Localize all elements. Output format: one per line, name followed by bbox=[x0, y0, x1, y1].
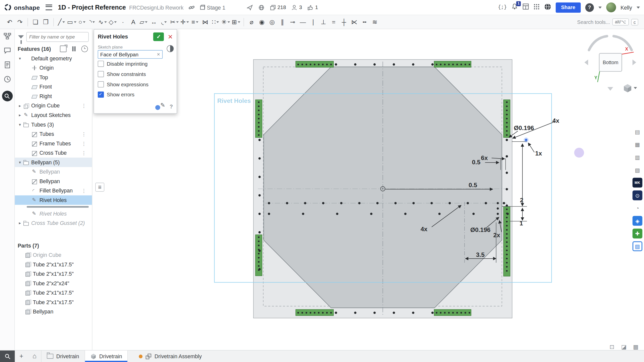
measure-icon[interactable]: ⌀ bbox=[247, 17, 256, 27]
rectangle-tool-icon[interactable]: ▭ bbox=[67, 17, 77, 27]
search-tools[interactable]: Search tools... alt/⌥ c bbox=[577, 18, 638, 25]
concentric-constraint-icon[interactable]: ◎ bbox=[267, 17, 277, 27]
rotate-down-icon[interactable] bbox=[608, 87, 613, 91]
feature-row[interactable]: Origin Cube ⋮ bbox=[15, 101, 92, 110]
dimension-label[interactable]: 1 bbox=[519, 220, 523, 227]
version-icon[interactable] bbox=[200, 5, 205, 10]
user-menu-caret-icon[interactable] bbox=[637, 6, 640, 8]
perpendicular-constraint-icon[interactable]: ⊥ bbox=[319, 17, 328, 27]
dimension-label[interactable]: 1x bbox=[535, 150, 542, 157]
main-menu-icon[interactable] bbox=[46, 5, 52, 10]
circle-tool-icon[interactable]: ○ bbox=[77, 17, 87, 27]
tab-drivetrain[interactable]: Drivetrain bbox=[85, 350, 128, 362]
featurescript-icon[interactable]: {;} bbox=[498, 5, 507, 10]
kebab-menu-icon[interactable]: ⋮ bbox=[81, 141, 86, 146]
feature-row[interactable]: Cross Tube Gusset (2) ⋮ bbox=[15, 218, 92, 228]
rollback-bar[interactable] bbox=[27, 206, 89, 208]
send-icon[interactable] bbox=[247, 4, 253, 10]
kebab-menu-icon[interactable]: ⋮ bbox=[81, 103, 86, 109]
redo-icon[interactable]: ↷ bbox=[15, 17, 25, 27]
cancel-button[interactable]: ✕ bbox=[168, 33, 173, 40]
spline-tool-icon[interactable]: ∿ bbox=[98, 17, 107, 27]
separator[interactable] bbox=[53, 18, 54, 26]
view-cube[interactable]: Bottom X Y bbox=[584, 36, 636, 91]
parallel-constraint-icon[interactable]: ∥ bbox=[278, 17, 287, 27]
trim-tool-icon[interactable]: ✂ bbox=[170, 17, 179, 27]
text-tool-icon[interactable]: A bbox=[129, 17, 138, 27]
dialog-checkbox[interactable]: Show errors bbox=[98, 90, 173, 100]
separator[interactable] bbox=[27, 18, 28, 26]
dimension-label[interactable]: 2 bbox=[520, 197, 523, 204]
history-icon[interactable] bbox=[3, 75, 12, 84]
branch-icon[interactable] bbox=[3, 32, 12, 41]
checkbox-icon[interactable] bbox=[98, 81, 104, 87]
sketch-name-label[interactable]: Rivet Holes bbox=[217, 98, 251, 104]
sketch-plane-field[interactable]: Face of Bellypan ✕ bbox=[98, 50, 163, 59]
feature-row[interactable]: Cross Tube ⋮ bbox=[15, 148, 92, 158]
panel-toggle-button[interactable]: ≣ bbox=[95, 183, 104, 192]
feature-row[interactable]: Top ⋮ bbox=[15, 73, 92, 82]
feature-row[interactable]: Tubes (3) ⋮ bbox=[15, 120, 92, 129]
dialog-checkbox[interactable]: Show expressions bbox=[98, 79, 173, 90]
arc-tool-icon[interactable]: ◝ bbox=[88, 17, 97, 27]
kebab-menu-icon[interactable]: ⋮ bbox=[81, 188, 86, 193]
search-fab[interactable] bbox=[2, 91, 12, 101]
dimension-label[interactable]: Ø0.196 bbox=[470, 226, 490, 233]
plane-tool-icon[interactable]: ▱ bbox=[139, 17, 148, 27]
construction-toggle-icon[interactable]: ╍ bbox=[360, 17, 369, 27]
panel-icon-4[interactable]: ▧ bbox=[632, 165, 642, 175]
panel-icon-3[interactable]: ▥ bbox=[632, 152, 642, 162]
equal-constraint-icon[interactable]: = bbox=[329, 17, 338, 27]
help-icon[interactable]: ? bbox=[170, 103, 173, 109]
horizontal-constraint-icon[interactable]: ― bbox=[298, 17, 308, 27]
feature-row[interactable]: Rivet Holes ⋮ bbox=[15, 209, 92, 218]
grid-display-icon[interactable]: ▩ bbox=[631, 343, 640, 350]
checkbox-icon[interactable] bbox=[98, 71, 104, 77]
mirror-tool-icon[interactable]: ⋈ bbox=[200, 17, 210, 27]
feature-row[interactable]: Bellypan (5) ⋮ bbox=[15, 157, 92, 167]
version-label[interactable]: Stage 1 bbox=[207, 4, 225, 10]
chevron-icon[interactable] bbox=[17, 221, 23, 225]
avatar[interactable] bbox=[606, 3, 616, 12]
selected-sketch-point[interactable] bbox=[524, 138, 529, 143]
dimension-label[interactable]: 0.5 bbox=[472, 159, 480, 166]
feature-row[interactable]: Default geometry ⋮ bbox=[15, 54, 92, 63]
dimension-label[interactable]: 4x bbox=[421, 226, 428, 232]
onshape-logo[interactable]: onshape bbox=[4, 4, 40, 11]
comment-icon[interactable] bbox=[3, 46, 12, 55]
tab-manager-button[interactable] bbox=[0, 350, 15, 362]
line-tool-icon[interactable]: ╱ bbox=[57, 17, 66, 27]
chevron-icon[interactable] bbox=[17, 56, 23, 61]
checkbox-icon[interactable] bbox=[98, 92, 104, 98]
tangent-constraint-icon[interactable]: ⊸ bbox=[288, 17, 297, 27]
feature-row[interactable]: ⋮ bbox=[15, 205, 92, 209]
app-icon-6[interactable]: ⊙ bbox=[632, 190, 642, 200]
public-icon[interactable] bbox=[258, 4, 264, 10]
dimension-label[interactable]: 0.5 bbox=[469, 182, 477, 188]
midpoint-constraint-icon[interactable]: ┼ bbox=[339, 17, 349, 27]
clear-selection-icon[interactable]: ✕ bbox=[157, 52, 160, 57]
part-row[interactable]: Tube 2"x1"x17.5" bbox=[15, 288, 92, 298]
insert-image-icon[interactable]: ⊞ bbox=[231, 17, 241, 27]
confirm-button[interactable]: ✓ bbox=[153, 32, 164, 41]
copy-icon[interactable]: ❏ bbox=[31, 17, 40, 27]
panel-icon-2[interactable]: ▦ bbox=[632, 140, 642, 149]
feature-row[interactable]: Frame Tubes ⋮ bbox=[15, 139, 92, 148]
feature-row[interactable]: Rivet Holes ⋮ bbox=[15, 195, 92, 205]
dimension-label[interactable]: 4x bbox=[552, 117, 559, 124]
feature-row[interactable]: Fillet Bellypan ⋮ bbox=[15, 186, 92, 195]
chevron-icon[interactable] bbox=[17, 122, 23, 127]
circular-pattern-icon[interactable]: ✳ bbox=[221, 17, 231, 27]
kebab-menu-icon[interactable]: ⋮ bbox=[81, 150, 86, 156]
panel-icon-1[interactable]: ▤ bbox=[632, 127, 642, 137]
part-row[interactable]: Tube 2"x2"x24" bbox=[15, 279, 92, 288]
document-icon[interactable] bbox=[3, 60, 12, 69]
app-icon-9[interactable]: ✚ bbox=[632, 229, 642, 238]
view-mode-button[interactable] bbox=[624, 84, 637, 92]
help-menu-button[interactable]: ? bbox=[585, 3, 594, 12]
coincident-constraint-icon[interactable]: ◉ bbox=[257, 17, 267, 27]
dimension-label[interactable]: 3.5 bbox=[476, 251, 484, 258]
feature-row[interactable]: Bellypan ⋮ bbox=[15, 177, 92, 186]
vertical-constraint-icon[interactable]: ∣ bbox=[309, 17, 318, 27]
box-arrow-icon[interactable] bbox=[60, 46, 66, 52]
